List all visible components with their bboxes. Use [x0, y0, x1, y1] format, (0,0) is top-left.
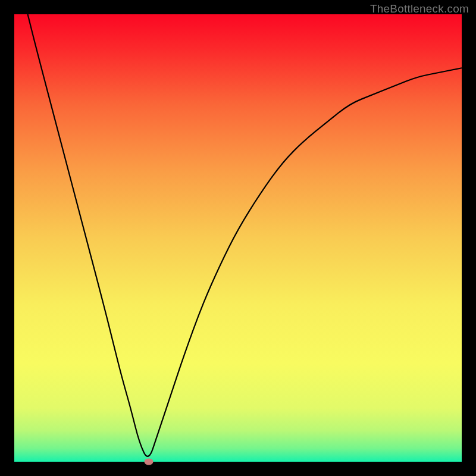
bottleneck-curve [14, 14, 462, 462]
optimal-point-marker [144, 459, 153, 465]
chart-plot-area [14, 14, 462, 462]
watermark-text: TheBottleneck.com [370, 2, 469, 15]
